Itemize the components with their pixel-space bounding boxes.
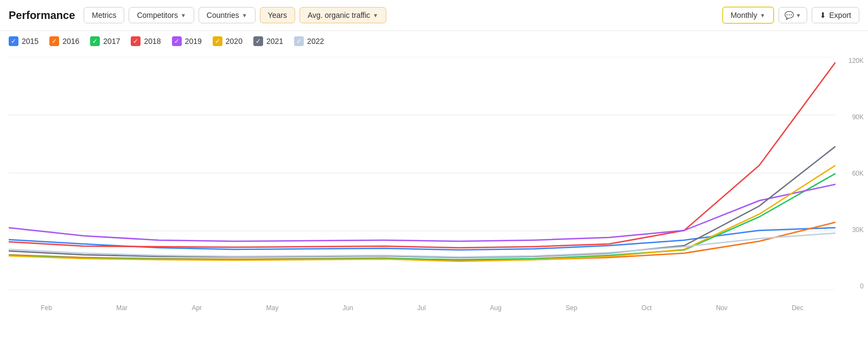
toolbar: Performance Metrics Competitors ▼ Countr… — [0, 0, 868, 31]
legend-item[interactable]: ✓2017 — [90, 36, 120, 46]
legend-checkbox[interactable]: ✓ — [9, 36, 18, 46]
legend-label: 2015 — [22, 37, 39, 46]
legend-checkbox[interactable]: ✓ — [253, 36, 263, 46]
legend-label: 2016 — [62, 37, 79, 46]
chevron-down-icon: ▼ — [760, 12, 765, 18]
export-button[interactable]: ⬇ Export — [812, 7, 859, 23]
comment-button[interactable]: 💬 ▼ — [778, 7, 807, 23]
legend-item[interactable]: ✓2019 — [172, 36, 202, 46]
legend-item[interactable]: ✓2018 — [131, 36, 161, 46]
legend-label: 2018 — [144, 37, 161, 46]
chart-area: 120K 90K 60K 30K 0 Feb Mar Apr May Jun J… — [0, 52, 868, 312]
legend-label: 2022 — [307, 37, 324, 46]
export-icon: ⬇ — [820, 11, 826, 20]
avg-traffic-button[interactable]: Avg. organic traffic ▼ — [299, 7, 386, 23]
legend-label: 2020 — [226, 37, 242, 46]
legend-label: 2019 — [185, 37, 202, 46]
legend-checkbox[interactable]: ✓ — [294, 36, 304, 46]
chevron-down-icon: ▼ — [242, 12, 247, 18]
legend-label: 2021 — [266, 37, 283, 46]
chevron-down-icon: ▼ — [796, 12, 801, 18]
x-axis: Feb Mar Apr May Jun Jul Aug Sep Oct Nov … — [9, 304, 835, 312]
legend-checkbox[interactable]: ✓ — [172, 36, 182, 46]
countries-button[interactable]: Countries ▼ — [199, 7, 256, 23]
legend-label: 2017 — [103, 37, 120, 46]
legend-item[interactable]: ✓2022 — [294, 36, 324, 46]
metrics-button[interactable]: Metrics — [84, 7, 124, 23]
legend-checkbox[interactable]: ✓ — [213, 36, 222, 46]
legend-item[interactable]: ✓2015 — [9, 36, 39, 46]
y-axis: 120K 90K 60K 30K 0 — [848, 57, 864, 290]
legend-checkbox[interactable]: ✓ — [49, 36, 59, 46]
chevron-down-icon: ▼ — [181, 12, 186, 18]
monthly-button[interactable]: Monthly ▼ — [722, 7, 774, 24]
legend-checkbox[interactable]: ✓ — [131, 36, 141, 46]
legend-item[interactable]: ✓2021 — [253, 36, 283, 46]
competitors-button[interactable]: Competitors ▼ — [129, 7, 194, 23]
comment-icon: 💬 — [784, 11, 794, 20]
line-chart — [9, 57, 835, 290]
legend-item[interactable]: ✓2016 — [49, 36, 79, 46]
page-title: Performance — [9, 9, 75, 22]
legend-item[interactable]: ✓2020 — [213, 36, 242, 46]
years-button[interactable]: Years — [260, 7, 295, 23]
legend-checkbox[interactable]: ✓ — [90, 36, 100, 46]
chevron-down-icon: ▼ — [373, 12, 378, 18]
chart-legend: ✓2015✓2016✓2017✓2018✓2019✓2020✓2021✓2022 — [0, 31, 868, 52]
